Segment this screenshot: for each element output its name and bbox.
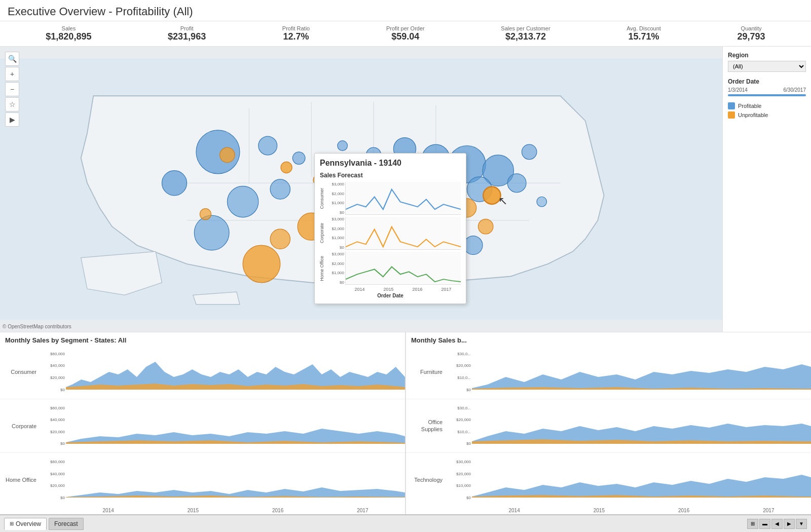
date-start: 1/3/2014 <box>728 87 748 93</box>
search-button[interactable]: 🔍 <box>5 52 19 66</box>
overview-icon: ⊞ <box>10 521 14 526</box>
date-end: 6/30/2017 <box>784 87 806 93</box>
left-chart-title: Monthly Sales by Segment - States: All <box>0 332 405 345</box>
right-panel: Region (All) Order Date 1/3/2014 6/30/20… <box>722 47 811 332</box>
kpi-item-1: Profit$231,963 <box>168 25 206 42</box>
kpi-label-2: Profit Ratio <box>282 25 310 31</box>
kpi-value-6: 29,793 <box>738 31 765 42</box>
tab-forecast[interactable]: Forecast <box>49 518 84 530</box>
date-range: 1/3/2014 6/30/2017 <box>728 87 806 93</box>
map-section: ↖ 🔍 + − ☆ ▶ © OpenStreetMap contributors… <box>0 47 722 332</box>
zoom-out-button[interactable]: − <box>5 82 19 96</box>
category-technology-label: Technology <box>406 477 447 483</box>
svg-point-41 <box>270 229 290 249</box>
tab-bar: ⊞ Overview Forecast ⊞ ▬ ◀ ▶ ▼ <box>0 514 811 532</box>
region-label: Region <box>728 52 806 59</box>
svg-text:↖: ↖ <box>498 195 507 207</box>
date-range-slider[interactable] <box>728 94 806 96</box>
kpi-value-4: $2,313.72 <box>501 31 550 42</box>
right-chart-panel: Monthly Sales b... Furniture $30,0...$20… <box>406 332 811 514</box>
svg-point-11 <box>338 141 348 151</box>
left-x-labels: 2014201520162017 <box>0 507 405 514</box>
segment-homeoffice-label: Home Office <box>0 477 41 483</box>
svg-point-10 <box>292 152 305 165</box>
tab-more-button[interactable]: ▼ <box>796 519 807 529</box>
corporate-chart <box>66 406 405 446</box>
tooltip-subtitle: Sales Forecast <box>320 172 461 179</box>
header: Executive Overview - Profitability (All) <box>0 0 811 21</box>
legend-unprofitable: Unprofitable <box>728 111 806 119</box>
kpi-bar: Sales$1,820,895Profit$231,963Profit Rati… <box>0 21 811 47</box>
kpi-label-3: Profit per Order <box>386 25 425 31</box>
consumer-chart <box>66 352 405 392</box>
profitable-color <box>728 102 735 109</box>
tooltip-title: Pennsylvania - 19140 <box>320 159 461 168</box>
kpi-label-6: Quantity <box>738 25 765 31</box>
tooltip-x-title: Order Date <box>320 293 461 298</box>
right-chart-title: Monthly Sales b... <box>406 332 811 345</box>
homeoffice-chart <box>66 460 405 500</box>
legend-profitable: Profitable <box>728 102 806 109</box>
svg-point-42 <box>243 245 280 283</box>
tab-overview-label: Overview <box>16 520 41 527</box>
svg-point-34 <box>220 147 235 162</box>
svg-point-9 <box>259 136 277 155</box>
kpi-label-0: Sales <box>46 25 91 31</box>
svg-point-17 <box>507 174 526 193</box>
svg-point-47 <box>200 209 211 220</box>
svg-point-25 <box>194 215 229 250</box>
tab-grid-button[interactable]: ⊞ <box>747 519 758 529</box>
svg-point-24 <box>227 186 258 217</box>
main-container: Executive Overview - Profitability (All)… <box>0 0 811 532</box>
tab-prev-button[interactable]: ◀ <box>771 519 783 529</box>
tab-overview[interactable]: ⊞ Overview <box>4 518 47 530</box>
kpi-value-3: $59.04 <box>386 31 425 42</box>
kpi-label-1: Profit <box>168 25 206 31</box>
kpi-value-0: $1,820,895 <box>46 31 91 42</box>
kpi-item-3: Profit per Order$59.04 <box>386 25 425 42</box>
star-button[interactable]: ☆ <box>5 97 19 111</box>
zoom-in-button[interactable]: + <box>5 67 19 81</box>
tab-navigation: ⊞ ▬ ◀ ▶ ▼ <box>747 519 807 529</box>
kpi-item-0: Sales$1,820,895 <box>46 25 91 42</box>
kpi-label-4: Sales per Customer <box>501 25 550 31</box>
content-area: ↖ 🔍 + − ☆ ▶ © OpenStreetMap contributors… <box>0 47 811 332</box>
kpi-value-5: 15.71% <box>626 31 661 42</box>
unprofitable-label: Unprofitable <box>738 112 768 118</box>
technology-chart <box>472 460 811 500</box>
map-background: ↖ 🔍 + − ☆ ▶ © OpenStreetMap contributors… <box>0 47 722 332</box>
category-furniture-label: Furniture <box>406 369 447 375</box>
left-chart-panel: Monthly Sales by Segment - States: All C… <box>0 332 406 514</box>
page-title: Executive Overview - Profitability (All) <box>8 5 803 18</box>
kpi-item-4: Sales per Customer$2,313.72 <box>501 25 550 42</box>
officesupplies-chart <box>472 406 811 446</box>
svg-point-26 <box>522 144 536 159</box>
svg-point-8 <box>162 171 187 196</box>
order-date-label: Order Date <box>728 78 806 85</box>
svg-point-35 <box>281 162 292 173</box>
bottom-section: Monthly Sales by Segment - States: All C… <box>0 332 811 514</box>
kpi-item-5: Avg. Discount15.71% <box>626 25 661 42</box>
map-attribution: © OpenStreetMap contributors <box>3 324 71 329</box>
tooltip-popup: Pennsylvania - 19140 Sales Forecast Cons… <box>314 153 466 304</box>
svg-point-27 <box>537 197 547 207</box>
svg-point-46 <box>478 219 493 234</box>
tab-list-button[interactable]: ▬ <box>759 519 770 529</box>
right-x-labels: 2014201520162017 <box>406 507 811 514</box>
furniture-chart <box>472 352 811 392</box>
kpi-value-2: 12.7% <box>282 31 310 42</box>
segment-corporate-label: Corporate <box>0 423 41 429</box>
svg-point-32 <box>464 236 483 255</box>
region-select[interactable]: (All) <box>728 61 806 72</box>
tab-forecast-label: Forecast <box>54 520 78 527</box>
segment-consumer-label: Consumer <box>0 369 41 375</box>
kpi-value-1: $231,963 <box>168 31 206 42</box>
tab-next-button[interactable]: ▶ <box>784 519 795 529</box>
map-controls: 🔍 + − ☆ ▶ <box>5 52 19 127</box>
category-officesupplies-label: OfficeSupplies <box>406 419 447 432</box>
unprofitable-color <box>728 111 735 119</box>
profitable-label: Profitable <box>738 103 761 109</box>
play-button[interactable]: ▶ <box>5 112 19 127</box>
svg-point-23 <box>270 179 290 199</box>
kpi-item-2: Profit Ratio12.7% <box>282 25 310 42</box>
